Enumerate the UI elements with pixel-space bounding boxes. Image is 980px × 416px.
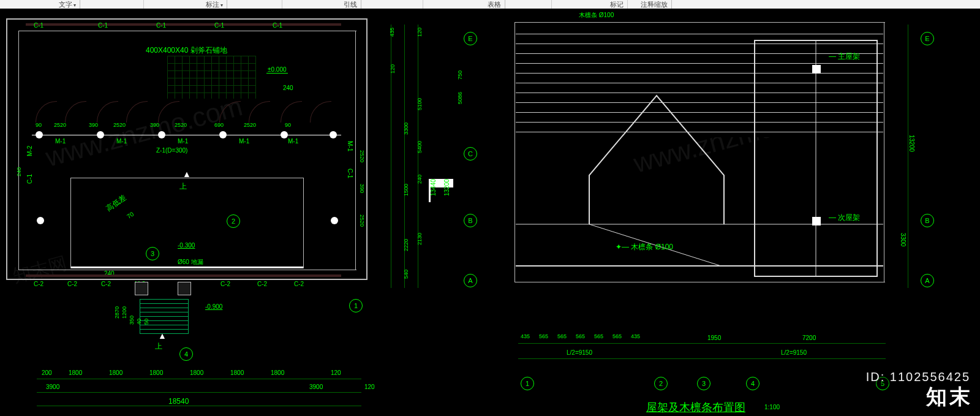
- up-arrow-icon: ▲: [183, 169, 191, 179]
- grid-Cl: C: [464, 147, 477, 161]
- dim-total: 18540: [168, 397, 189, 406]
- elev-a: -0.300: [178, 242, 195, 249]
- dim: 565: [539, 333, 548, 339]
- tb-table[interactable]: 表格: [484, 0, 505, 9]
- grid-4b: 4: [746, 377, 760, 390]
- height-diff: 高低差: [104, 192, 128, 214]
- m1: M-1: [55, 138, 66, 145]
- axis-c2: C-2: [101, 281, 111, 287]
- grid-Bl: B: [464, 214, 477, 227]
- dim: 750: [457, 70, 463, 80]
- entry-pier: [178, 282, 191, 295]
- tb-leader[interactable]: 引线: [340, 0, 361, 9]
- image-id: ID: 1102556425: [864, 370, 973, 384]
- dim: 390: [359, 184, 365, 193]
- dim: 3300: [900, 233, 907, 246]
- grid-1b: 1: [521, 377, 534, 390]
- dim: 2870: [114, 306, 120, 319]
- dim: 120: [331, 369, 341, 376]
- dim: 2520: [359, 150, 365, 162]
- m2-left: M-2: [26, 146, 33, 156]
- dim-240: 240: [283, 85, 293, 91]
- grid-A: A: [921, 274, 934, 287]
- dim: 3900: [309, 384, 323, 390]
- dim: 13200: [908, 135, 915, 152]
- dim: 435: [521, 333, 530, 339]
- dim: L/2=9150: [567, 349, 592, 356]
- paving-grid: [167, 56, 256, 99]
- m1: M-1: [178, 138, 188, 145]
- dim: 1800: [190, 369, 203, 376]
- dim: 435: [389, 28, 395, 37]
- dim: 1800: [69, 369, 82, 376]
- dim: 565: [557, 333, 567, 339]
- m1-right: M-1: [347, 141, 353, 151]
- paving-note: 400X400X40 剁斧石铺地: [146, 45, 227, 56]
- elev-zero: ±0.000: [266, 66, 288, 74]
- grid-E: E: [921, 32, 934, 45]
- svg-rect-2: [812, 65, 821, 74]
- grid-El: E: [464, 32, 477, 45]
- dim: 1800: [109, 369, 123, 376]
- svg-rect-3: [812, 217, 821, 225]
- grid-2b: 2: [654, 377, 668, 390]
- dim: 565: [576, 333, 585, 339]
- grid-1-entry: 1: [349, 299, 363, 312]
- m1: M-1: [239, 138, 249, 145]
- tb-text[interactable]: 文字 ▾: [55, 0, 80, 9]
- dim: 350: [129, 316, 135, 325]
- dim: 120: [364, 384, 375, 390]
- height-diff-val: 70: [126, 211, 135, 220]
- axis-c2: C-2: [67, 281, 77, 287]
- dim: 1200: [121, 306, 127, 319]
- axis-c2: C-2: [34, 281, 43, 287]
- grid-Al: A: [464, 274, 477, 287]
- tb-mark[interactable]: 标记: [606, 0, 628, 9]
- up-arrow-label: 上: [179, 181, 187, 192]
- c1-right: C-1: [347, 168, 353, 178]
- drawing-scale: 1:100: [764, 404, 780, 410]
- dim: L/2=9150: [781, 349, 807, 356]
- up2: 上: [155, 341, 162, 352]
- top-purlin-note: 木檩条 Ø100: [579, 11, 614, 20]
- m1: M-1: [288, 138, 298, 145]
- m1: M-1: [116, 138, 127, 145]
- dim: 435: [631, 333, 640, 339]
- dim: 7200: [802, 335, 816, 341]
- drawing-title: 屋架及木檩条布置图: [646, 400, 745, 415]
- dim: 1800: [149, 369, 163, 376]
- dim: 5086: [457, 92, 463, 104]
- dim: 200: [42, 369, 52, 376]
- axis-c2: C-2: [257, 281, 267, 287]
- door-arcs: [36, 101, 342, 124]
- dim: 1800: [230, 369, 244, 376]
- tb-dim[interactable]: 标注 ▾: [202, 0, 227, 9]
- grid-4-entry: 4: [179, 347, 193, 361]
- axis-c2: C-2: [294, 281, 304, 287]
- dim: 2520: [359, 214, 365, 227]
- grid-2-inner: 2: [227, 214, 240, 228]
- c1-left: C-1: [26, 174, 33, 184]
- grid-3b: 3: [697, 377, 710, 390]
- grid-3-inner: 3: [146, 247, 159, 260]
- brand-logo: 知末: [926, 383, 973, 411]
- toolbar: 文字 ▾ 标注 ▾ 引线 表格 标记 注释缩放: [0, 0, 980, 9]
- entry-pier: [135, 282, 148, 295]
- entry-steps: [140, 299, 189, 334]
- grid-B: B: [921, 214, 934, 227]
- dim: 565: [612, 333, 622, 339]
- z1: Z-1(D=300): [156, 147, 187, 154]
- elev-entry: -0.900: [205, 303, 222, 310]
- up2-arrow-icon: ▲: [158, 331, 167, 341]
- tb-scale[interactable]: 注释缩放: [637, 0, 672, 9]
- gable-outline: [516, 22, 886, 283]
- dim: 565: [594, 333, 603, 339]
- axis-c2: C-2: [221, 281, 230, 287]
- dim: 3900: [46, 384, 59, 390]
- drain: Ø60 地漏: [178, 258, 203, 267]
- dim: 1950: [707, 335, 721, 341]
- dim: 240: [16, 167, 22, 176]
- dim: 1800: [271, 369, 284, 376]
